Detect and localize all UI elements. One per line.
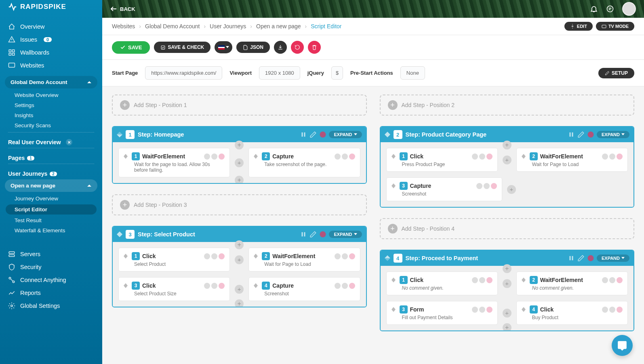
crumb-open[interactable]: Open a new page <box>256 23 301 29</box>
move-up-icon[interactable] <box>385 255 390 258</box>
save-check-button[interactable]: SAVE & CHECK <box>154 42 210 53</box>
json-button[interactable]: JSON <box>236 42 270 53</box>
add-action-button[interactable]: + <box>503 279 511 288</box>
close-icon[interactable]: ✕ <box>66 139 72 145</box>
avatar[interactable] <box>622 2 636 16</box>
nav-open-page[interactable]: Open a new page <box>5 179 97 192</box>
edit-button[interactable]: EDIT <box>564 22 593 31</box>
action-card[interactable]: 1Click Select Product <box>118 248 230 271</box>
crumb-account[interactable]: Global Demo Account <box>145 23 200 29</box>
action-card[interactable]: 2WaitForElement No comment given. <box>516 271 628 295</box>
move-down-icon[interactable] <box>117 234 122 238</box>
delete-circle-icon[interactable] <box>319 131 326 138</box>
nav-servers[interactable]: Servers <box>0 248 102 261</box>
action-card[interactable]: 2WaitForElement Wait for Page to Load <box>248 248 360 271</box>
nav-reports[interactable]: Reports <box>0 286 102 299</box>
pencil-icon[interactable] <box>577 255 585 262</box>
move-up-icon[interactable] <box>117 231 122 234</box>
add-step-1[interactable]: +Add Step - Position 1 <box>112 95 367 116</box>
nav-wallboards[interactable]: Wallboards <box>0 46 102 59</box>
move-down-icon[interactable] <box>254 156 258 159</box>
add-action-button[interactable]: + <box>235 255 244 264</box>
nav-security[interactable]: Security <box>0 261 102 274</box>
nav-connect[interactable]: Connect Anything <box>0 274 102 286</box>
add-action-button[interactable]: + <box>235 176 244 184</box>
nav-issues[interactable]: Issues0 <box>0 33 102 46</box>
move-up-icon[interactable] <box>254 154 258 156</box>
delete-circle-icon[interactable] <box>587 131 594 138</box>
action-card[interactable]: 4Capture Screenshot <box>248 277 360 301</box>
nav-global-settings[interactable]: Global Settings <box>0 299 102 312</box>
action-card[interactable]: 1Click Press Product Page <box>386 148 498 172</box>
nav-settings[interactable]: Settings <box>0 100 102 110</box>
download-button[interactable] <box>274 41 287 54</box>
action-card[interactable]: 3Click Select Product Size <box>118 277 230 301</box>
pause-icon[interactable] <box>300 131 307 138</box>
nav-overview[interactable]: Overview <box>0 20 102 33</box>
nav-test-result[interactable]: Test Result <box>0 215 102 225</box>
start-page-field[interactable]: https://www.rapidspike.com/ <box>145 66 222 80</box>
bell-icon[interactable] <box>590 5 598 13</box>
delete-circle-icon[interactable] <box>587 255 594 262</box>
pencil-icon[interactable] <box>309 131 317 138</box>
add-step-3[interactable]: +Add Step - Position 3 <box>112 194 367 215</box>
locale-flag-button[interactable] <box>215 41 232 53</box>
expand-button[interactable]: EXPAND <box>597 255 629 262</box>
add-action-button[interactable]: + <box>235 141 244 149</box>
add-step-2[interactable]: +Add Step - Position 2 <box>380 95 635 116</box>
action-card[interactable]: 4Click Buy Product <box>516 301 628 325</box>
add-action-button[interactable]: + <box>507 185 516 194</box>
add-action-button[interactable]: + <box>503 156 511 164</box>
nav-script-editor[interactable]: Script Editor <box>6 204 97 215</box>
add-action-button[interactable]: + <box>503 141 511 149</box>
delete-button[interactable] <box>308 41 321 54</box>
setup-button[interactable]: SETUP <box>598 68 634 78</box>
delete-circle-icon[interactable] <box>319 231 326 238</box>
add-action-button[interactable]: + <box>503 264 511 273</box>
pencil-icon[interactable] <box>577 131 585 138</box>
nav-pages[interactable]: Pages1 <box>0 151 102 162</box>
move-down-icon[interactable] <box>124 156 128 159</box>
pause-icon[interactable] <box>568 131 575 138</box>
add-action-button[interactable]: + <box>503 323 511 331</box>
action-card[interactable]: 1 WaitForElement Wait for the page to lo… <box>118 148 230 177</box>
nav-waterfall[interactable]: Waterfall & Elements <box>0 225 102 236</box>
pause-icon[interactable] <box>300 231 307 238</box>
expand-button[interactable]: EXPAND <box>597 131 629 138</box>
tv-mode-button[interactable]: TV MODE <box>596 22 634 31</box>
pencil-icon[interactable] <box>309 231 317 238</box>
move-up-icon[interactable] <box>385 131 390 135</box>
nav-journey-overview[interactable]: Journey Overview <box>0 194 102 204</box>
undo-button[interactable] <box>291 41 304 54</box>
save-button[interactable]: SAVE <box>112 41 150 54</box>
add-action-button[interactable]: + <box>235 285 244 294</box>
action-card[interactable]: 3Form Fill out Payment Details <box>386 301 498 325</box>
add-action-button[interactable]: + <box>235 299 244 307</box>
nav-website-overview[interactable]: Website Overview <box>0 90 102 100</box>
nav-user-journeys[interactable]: User Journeys2 <box>0 167 102 178</box>
back-button[interactable]: BACK <box>110 6 135 12</box>
crumb-websites[interactable]: Websites <box>112 23 135 29</box>
nav-account[interactable]: Global Demo Account <box>5 76 97 88</box>
move-up-icon[interactable] <box>117 131 122 135</box>
nav-real-user[interactable]: Real User Overview✕ <box>0 136 102 146</box>
logo[interactable]: RAPIDSPIKE <box>0 0 102 18</box>
nav-insights[interactable]: Insights <box>0 110 102 120</box>
expand-button[interactable]: EXPAND <box>329 231 362 238</box>
add-action-button[interactable]: + <box>235 158 244 167</box>
move-down-icon[interactable] <box>385 135 390 138</box>
action-card[interactable]: 2WaitForElement Wait for Page to Load <box>516 148 628 172</box>
action-card[interactable]: 2 Capture Take screenshot of the page. <box>248 148 360 177</box>
move-down-icon[interactable] <box>117 135 122 138</box>
move-up-icon[interactable] <box>124 154 128 156</box>
expand-button[interactable]: EXPAND <box>329 131 362 138</box>
move-down-icon[interactable] <box>385 258 390 261</box>
chat-fab[interactable] <box>612 335 633 356</box>
nav-security-scans[interactable]: Security Scans <box>0 120 102 130</box>
crumb-uj[interactable]: User Journeys <box>210 23 246 29</box>
nav-websites[interactable]: Websites <box>0 59 102 72</box>
add-action-button[interactable]: + <box>235 240 244 249</box>
add-action-button[interactable]: + <box>503 309 511 318</box>
add-step-4[interactable]: +Add Step - Position 4 <box>380 218 635 239</box>
chat-icon[interactable] <box>606 5 614 13</box>
